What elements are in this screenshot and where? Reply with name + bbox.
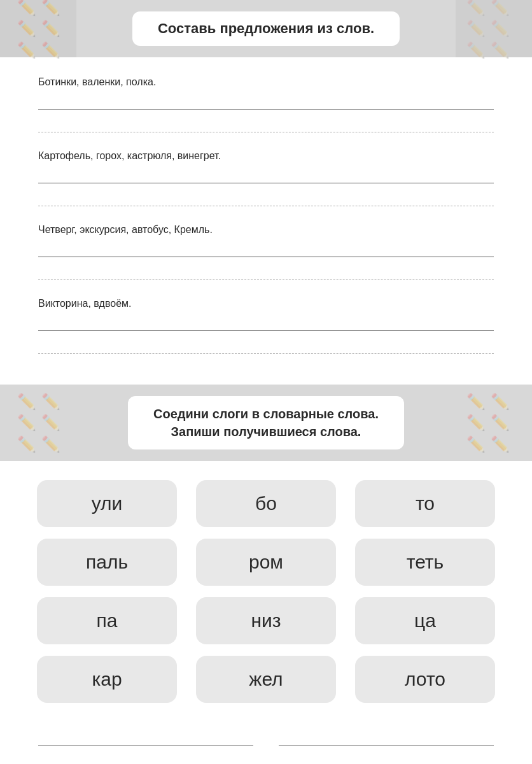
syllable-section: ули бо то паль ром теть па низ ца кар [0, 461, 532, 716]
pencil-decoration-left-2: ✏️✏️✏️✏️✏️✏️ [0, 385, 83, 461]
write-line-4b [38, 336, 494, 354]
exercise-label-4: Викторина, вдвоём. [38, 298, 494, 309]
exercise-label-1: Ботинки, валенки, полка. [38, 76, 494, 88]
answer-group-left [38, 728, 253, 764]
bottom-banner-box: Соедини слоги в словарные слова. Запиши … [128, 396, 404, 449]
syllable-па: па [37, 597, 177, 644]
exercise-item-4: Викторина, вдвоём. [38, 298, 494, 354]
syllable-теть: теть [355, 539, 495, 586]
pencil-decoration-left: ✏️✏️✏️✏️✏️✏️ [0, 0, 83, 57]
answer-lines-section [0, 716, 532, 764]
syllable-ули: ули [37, 480, 177, 527]
syllable-ром: ром [196, 539, 336, 586]
answer-group-right [279, 728, 494, 764]
answer-line-left-2 [38, 755, 253, 764]
pencil-decoration-right-2: ✏️✏️✏️✏️✏️✏️ [449, 385, 532, 461]
bottom-banner-line1: Соедини слоги в словарные слова. Запиши … [153, 405, 379, 441]
write-line-1a [38, 92, 494, 110]
exercise-label-3: Четверг, экскурсия, автобус, Кремль. [38, 224, 494, 236]
write-line-3b [38, 262, 494, 280]
answer-line-right-2 [279, 755, 494, 764]
syllable-бо: бо [196, 480, 336, 527]
syllable-ца: ца [355, 597, 495, 644]
bottom-banner: ✏️✏️✏️✏️✏️✏️ Соедини слоги в словарные с… [0, 385, 532, 461]
syllable-жел: жел [196, 656, 336, 703]
pencil-decoration-right: ✏️✏️✏️✏️✏️✏️ [449, 0, 532, 57]
write-line-1b [38, 115, 494, 132]
syllable-то: то [355, 480, 495, 527]
write-line-4a [38, 313, 494, 331]
exercise-item-3: Четверг, экскурсия, автобус, Кремль. [38, 224, 494, 280]
answer-line-left-1 [38, 728, 253, 746]
syllable-grid: ули бо то паль ром теть па низ ца кар [37, 480, 495, 703]
write-line-3a [38, 239, 494, 257]
write-line-2b [38, 188, 494, 206]
top-banner: ✏️✏️✏️✏️✏️✏️ Составь предложения из слов… [0, 0, 532, 57]
banner-box: Составь предложения из слов. [132, 11, 400, 46]
syllable-кар: кар [37, 656, 177, 703]
answer-line-right-1 [279, 728, 494, 746]
syllable-паль: паль [37, 539, 177, 586]
banner-title: Составь предложения из слов. [158, 20, 374, 37]
syllable-лото: лото [355, 656, 495, 703]
exercise-label-2: Картофель, горох, кастрюля, винегрет. [38, 150, 494, 162]
write-line-2a [38, 166, 494, 183]
exercise-item-1: Ботинки, валенки, полка. [38, 76, 494, 132]
exercise-item-2: Картофель, горох, кастрюля, винегрет. [38, 150, 494, 206]
syllable-низ: низ [196, 597, 336, 644]
section1-compose: Ботинки, валенки, полка. Картофель, горо… [0, 57, 532, 385]
